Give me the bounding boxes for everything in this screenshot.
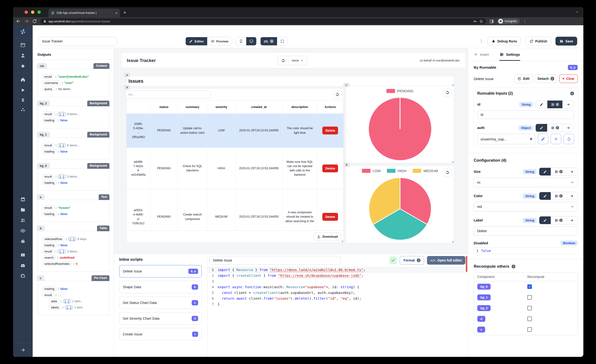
script-name-input[interactable] <box>209 256 341 265</box>
inline-script-item[interactable]: Delete Issue b_a <box>119 265 202 277</box>
refresh-resource-button[interactable] <box>564 134 574 144</box>
star-icon[interactable] <box>20 63 25 69</box>
clear-runnable-button[interactable]: Clear <box>559 74 578 83</box>
arrow-right-icon[interactable] <box>20 347 25 353</box>
legend-item[interactable]: LOW <box>362 169 381 173</box>
eval-mode-button[interactable] <box>566 192 577 200</box>
pie-chart-component-status[interactable]: c PENDING <box>346 86 454 163</box>
component-id-tab[interactable]: c <box>37 275 44 281</box>
tab-insert[interactable]: Insert <box>474 48 489 61</box>
eval-mode-button[interactable] <box>566 216 577 224</box>
calendar-icon[interactable] <box>20 197 25 202</box>
collapsed-value[interactable]: - <box>58 293 63 297</box>
eval-mode-button[interactable] <box>562 101 574 108</box>
static-mode-button[interactable] <box>539 168 551 175</box>
delete-row-button[interactable]: Delete <box>322 213 338 221</box>
eye-icon[interactable] <box>20 228 25 233</box>
component-tag[interactable]: b <box>124 85 130 89</box>
download-button[interactable]: Download <box>313 233 341 241</box>
connect-mode-button[interactable] <box>547 101 562 108</box>
recompute-checkbox[interactable] <box>527 284 532 289</box>
add-resource-button[interactable] <box>551 134 561 144</box>
book-icon[interactable] <box>20 253 25 258</box>
fullscreen-button[interactable] <box>277 37 287 45</box>
refresh-mode-select[interactable]: once <box>289 56 307 65</box>
tab-settings[interactable]: Settings <box>499 48 520 61</box>
color-select[interactable]: red <box>474 202 578 211</box>
component-tag[interactable]: a <box>124 73 130 77</box>
users-icon[interactable] <box>20 218 25 223</box>
connect-mode-button[interactable] <box>551 192 566 200</box>
connect-mode-button[interactable] <box>551 168 566 175</box>
expand-value-chip[interactable]: [...] <box>58 112 66 116</box>
eval-mode-button[interactable] <box>566 168 577 175</box>
inline-script-item[interactable]: Shape Data b <box>119 281 202 293</box>
expand-value-chip[interactable]: [...] <box>58 249 66 253</box>
back-icon[interactable] <box>16 19 21 24</box>
label-value-input[interactable] <box>474 226 578 236</box>
component-id-tab[interactable]: ctx <box>37 63 47 69</box>
connect-mode-button[interactable] <box>547 124 562 132</box>
publish-button[interactable]: Publish <box>525 37 551 45</box>
recompute-checkbox[interactable] <box>527 306 532 310</box>
cubes-icon[interactable] <box>20 108 25 113</box>
format-button[interactable]: Format <box>400 256 424 265</box>
save-button[interactable]: Save <box>555 37 577 45</box>
code-editor[interactable]: 1 import { Resource } from "https://deno… <box>208 267 468 307</box>
app-canvas[interactable]: Issue Tracker once on behalf of user@win… <box>114 48 468 357</box>
preview-mode-button[interactable]: Preview <box>207 37 232 45</box>
app-name-input[interactable] <box>38 37 117 45</box>
table-row[interactable]: 208f5- 5-428a- - 1ff0a2962 PENDING Updat… <box>127 113 343 148</box>
component-id-tab[interactable]: bg_0 <box>37 163 50 169</box>
expand-value-chip[interactable]: [...] <box>63 299 71 303</box>
user-icon[interactable] <box>20 53 25 58</box>
dollar-icon[interactable] <box>22 97 24 103</box>
browser-tab[interactable]: Edit App u/user/issue-tracker | <box>48 8 120 17</box>
more-options-icon[interactable] <box>479 39 483 44</box>
minimize-window-button[interactable] <box>31 10 34 14</box>
open-full-editor-button[interactable]: Open full editor <box>427 256 465 265</box>
github-icon[interactable] <box>20 273 25 279</box>
browser-menu-icon[interactable] <box>523 19 527 23</box>
size-select[interactable]: xs <box>474 178 578 187</box>
component-id-tab[interactable]: bg_1 <box>37 132 50 138</box>
side-panel-icon[interactable] <box>489 19 494 24</box>
inline-script-item[interactable]: Get Severity Chart Data d <box>119 312 202 325</box>
detach-runnable-button[interactable]: Detach <box>535 74 557 83</box>
address-bar[interactable]: app.windmill.dev/apps/edit/u/user/issue-… <box>40 18 486 24</box>
edit-resource-button[interactable] <box>538 134 548 144</box>
table-row[interactable]: a0553- e-4d56- d- f7d5c3c2 PENDING Creat… <box>127 189 343 230</box>
connect-mode-button[interactable] <box>551 216 566 224</box>
play-icon[interactable] <box>20 88 25 93</box>
chart-refresh-button[interactable] <box>443 168 452 177</box>
eval-mode-button[interactable] <box>562 124 574 132</box>
home-icon[interactable] <box>20 77 25 82</box>
discord-icon[interactable] <box>20 263 25 268</box>
static-mode-button[interactable] <box>539 216 551 224</box>
delete-row-button[interactable]: Delete <box>322 164 338 172</box>
legend-item[interactable]: MEDIUM <box>413 169 438 173</box>
component-tag[interactable]: c <box>343 83 349 87</box>
editor-mode-button[interactable]: Editor <box>186 37 207 45</box>
robot-icon[interactable] <box>20 239 25 244</box>
recompute-checkbox[interactable] <box>527 317 532 321</box>
expand-value-chip[interactable]: {...} <box>68 237 76 241</box>
folder-icon[interactable] <box>20 207 25 212</box>
static-mode-button[interactable] <box>539 192 551 200</box>
static-mode-button[interactable] <box>536 101 547 108</box>
table-row[interactable]: a8d96- 7-4d2d- 4- e4143b8fa PENDING Chec… <box>127 148 343 189</box>
table-component[interactable]: b statussummaryseveritycreated_atdescrip… <box>126 88 344 243</box>
text-component[interactable]: a Issues <box>126 76 454 87</box>
static-mode-button[interactable] <box>536 124 547 132</box>
inline-script-item[interactable]: Get Status Chart Data c <box>119 297 202 309</box>
recompute-checkbox[interactable] <box>527 295 532 300</box>
table-search-input[interactable] <box>125 90 210 98</box>
legend-item[interactable]: HIGH <box>387 169 407 173</box>
chart-refresh-button[interactable] <box>443 88 452 97</box>
component-tag[interactable]: d <box>343 163 350 167</box>
reload-icon[interactable] <box>32 19 37 24</box>
disabled-expr-editor[interactable]: 1 false <box>474 247 578 254</box>
table-refresh-button[interactable] <box>333 90 342 99</box>
pie-chart-component-severity[interactable]: d LOW HIGH MEDIUM <box>346 166 454 243</box>
clear-resource-icon[interactable] <box>530 137 532 141</box>
